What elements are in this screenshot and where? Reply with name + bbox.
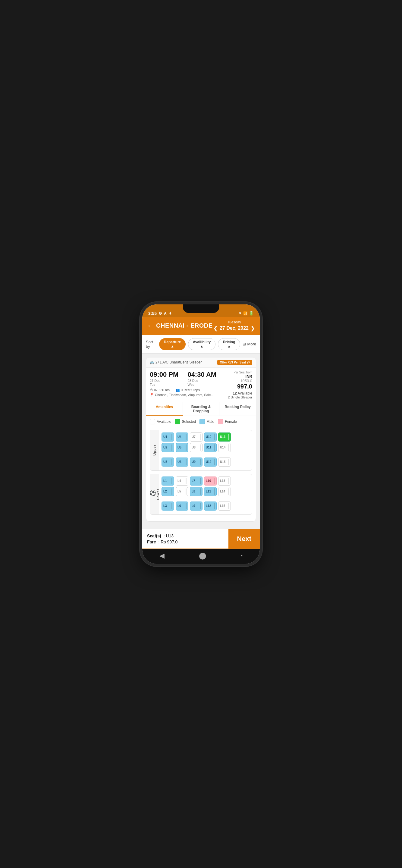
sort-label: Sort by <box>146 340 157 349</box>
download-icon: ⬇ <box>168 311 172 315</box>
more-filters-button[interactable]: ⊞ More <box>243 342 256 346</box>
dep-day: Tue <box>150 383 178 386</box>
status-right: ▼ 📶 🔋 <box>238 311 254 315</box>
legend-selected: Selected <box>175 419 196 424</box>
seats-value: : U13 <box>164 533 174 538</box>
nav-bar: ◀ ⬤ ▪ <box>142 549 260 564</box>
arrival-time: 04:30 AM <box>187 371 216 378</box>
legend-available-label: Available <box>157 420 171 424</box>
main-content: 🚌 2+1 A/C BharatBenz Sleeper Offer ₹53 P… <box>142 353 260 529</box>
availability: 12 Available <box>219 391 252 396</box>
lower-row-1: L1 L4 L7 L10 L13 <box>161 476 249 486</box>
seat-L13[interactable]: L13 <box>218 476 231 486</box>
seat-L4[interactable]: L4 <box>176 476 188 486</box>
legend-box-male <box>199 419 205 424</box>
sort-departure-button[interactable]: Departure ▲ <box>159 338 186 350</box>
lower-row-spacer <box>161 498 249 500</box>
seat-U15[interactable]: U15 <box>218 458 231 467</box>
legend-female: Female <box>218 419 237 424</box>
seats-label: Seat(s) <box>147 533 161 538</box>
dep-date: 27 Dec <box>150 379 178 382</box>
lower-seat-grid: L1 L4 L7 L10 L13 L2 L5 <box>159 474 252 515</box>
a-icon: A <box>164 311 167 315</box>
seat-L15[interactable]: L15 <box>218 501 231 510</box>
back-nav-icon[interactable]: ◀ <box>159 552 164 560</box>
bus-pricing: Per Seat from INR 1050.0 997.0 12 Availa… <box>219 371 252 399</box>
seat-L1[interactable]: L1 <box>161 476 174 486</box>
discounted-price: 997.0 <box>219 383 252 390</box>
per-seat-label: Per Seat from <box>219 371 252 374</box>
legend-box-female <box>218 419 223 424</box>
seat-U13[interactable]: U13 <box>218 433 231 441</box>
seat-L3[interactable]: L3 <box>161 501 174 510</box>
seat-L14[interactable]: L14 <box>218 487 231 496</box>
next-button[interactable]: Next <box>228 529 260 549</box>
seat-L6[interactable]: L6 <box>176 501 188 510</box>
date-text: 27 Dec, 2022 <box>220 326 249 331</box>
seat-U3[interactable]: U3 <box>161 458 174 467</box>
seat-L8[interactable]: L8 <box>190 487 203 496</box>
seat-U9[interactable]: U9 <box>190 458 203 467</box>
upper-row-1: U1 U4 U7 U10 U13 <box>161 433 249 441</box>
seat-U10[interactable]: U10 <box>204 433 217 441</box>
status-time: 3:55 <box>148 311 157 316</box>
upper-row-spacer <box>161 454 249 456</box>
tab-boarding[interactable]: Boarding & Dropping <box>183 402 220 415</box>
seat-L2[interactable]: L2 <box>161 487 174 496</box>
single-sleeper: 2 Single Sleeper <box>219 396 252 399</box>
status-left: 3:55 ⚙ A ⬇ <box>148 311 172 316</box>
legend-box-selected <box>175 419 180 424</box>
sort-bar: Sort by Departure ▲ Availibility ▲ Prici… <box>142 335 260 353</box>
seat-U6[interactable]: U6 <box>176 458 188 467</box>
steering-icon: ⚽ <box>150 490 156 496</box>
sort-pricing-button[interactable]: Pricing ▲ <box>218 338 240 350</box>
wifi-icon: ▼ <box>238 311 242 315</box>
route-stops: 📍 Chennai, Tindivanam, vilupuram, Sale..… <box>150 393 219 397</box>
seat-U1[interactable]: U1 <box>161 433 174 441</box>
seat-U5[interactable]: U5 <box>176 443 188 452</box>
legend-box-available <box>150 419 155 424</box>
bus-type: 🚌 2+1 A/C BharatBenz Sleeper <box>150 360 202 364</box>
seat-U7[interactable]: U7 <box>190 433 203 441</box>
seat-section: Upper U1 U4 U7 U10 U13 <box>146 427 256 521</box>
legend-selected-label: Selected <box>182 420 196 424</box>
route-title: CHENNAI - ERODE <box>156 322 213 329</box>
seat-U8[interactable]: U8 <box>190 443 203 452</box>
seat-L10[interactable]: L10 <box>204 476 217 486</box>
seat-L5[interactable]: L5 <box>176 487 188 496</box>
header: ← CHENNAI - ERODE Tuesday ❮ 27 Dec, 2022… <box>142 317 260 335</box>
bus-icon: 🚌 <box>150 360 154 364</box>
bottom-bar: Seat(s) : U13 Fare : Rs 997.0 Next <box>142 529 260 549</box>
rest-stops: 👥 0 Rest Stops <box>176 388 200 392</box>
seat-U4[interactable]: U4 <box>176 433 188 441</box>
seat-L7[interactable]: L7 <box>190 476 203 486</box>
seat-U12[interactable]: U12 <box>204 458 217 467</box>
tab-amenities[interactable]: Amenities <box>146 402 183 415</box>
sort-availability-button[interactable]: Availibility ▲ <box>188 338 215 350</box>
upper-deck: Upper U1 U4 U7 U10 U13 <box>150 430 252 471</box>
clock-icon: ⏱ <box>150 388 153 392</box>
legend-male-label: Male <box>207 420 214 424</box>
prev-date-button[interactable]: ❮ <box>213 325 218 332</box>
fare-label: Fare <box>147 539 156 544</box>
home-nav-icon[interactable]: ⬤ <box>199 552 207 560</box>
back-button[interactable]: ← <box>147 322 154 330</box>
tab-booking-policy[interactable]: Booking Policy <box>219 402 256 415</box>
duration: ⏱ 07 : 30 hrs <box>150 388 169 392</box>
seat-L12[interactable]: L12 <box>204 501 217 510</box>
departure-time: 09:00 PM <box>150 371 178 378</box>
seat-U11[interactable]: U11 <box>204 443 217 452</box>
more-label: More <box>247 342 256 346</box>
seat-L9[interactable]: L9 <box>190 501 203 510</box>
arr-day: Wed <box>187 383 216 386</box>
seat-U2[interactable]: U2 <box>161 443 174 452</box>
recents-nav-icon[interactable]: ▪ <box>241 553 243 558</box>
bus-info: 09:00 PM 27 Dec Tue 04:30 AM 28 Dec Wed <box>146 368 256 402</box>
seat-L11[interactable]: L11 <box>204 487 217 496</box>
legend-male: Male <box>199 419 214 424</box>
next-date-button[interactable]: ❯ <box>250 325 255 332</box>
rest-icon: 👥 <box>176 388 180 392</box>
seat-U14[interactable]: U14 <box>218 443 231 452</box>
seat-info-row: Seat(s) : U13 <box>147 533 224 538</box>
upper-row-3: U3 U6 U9 U12 U15 <box>161 458 249 467</box>
